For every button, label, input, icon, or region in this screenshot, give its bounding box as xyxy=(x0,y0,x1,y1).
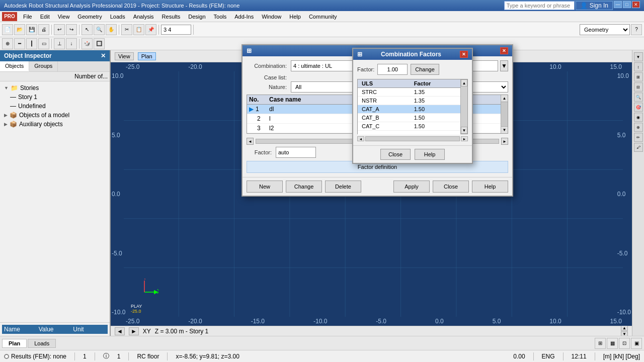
menu-design[interactable]: Design xyxy=(184,13,209,21)
vscroll-up[interactable]: ▲ xyxy=(501,95,508,102)
tb-save[interactable]: 💾 xyxy=(26,24,37,35)
menu-community[interactable]: Community xyxy=(305,13,341,21)
menu-geometry[interactable]: Geometry xyxy=(73,13,106,21)
rt-btn5[interactable]: 🔍 xyxy=(634,93,643,102)
combination-dropdown[interactable]: ▼ xyxy=(500,60,508,71)
menu-window[interactable]: Window xyxy=(258,13,285,21)
tb-select[interactable]: ↖ xyxy=(82,24,93,35)
hscroll-left-btn[interactable]: ◄ xyxy=(357,136,364,141)
factors-close-btn[interactable]: Close xyxy=(380,149,411,160)
delete-btn[interactable]: Delete xyxy=(325,180,361,193)
case-vscroll[interactable]: ▲ ▼ xyxy=(501,95,508,133)
maximize-btn[interactable]: □ xyxy=(623,1,631,8)
combinations-close-btn[interactable]: ✕ xyxy=(500,47,508,54)
tree-item-auxiliary[interactable]: ▶ 📦 Auxiliary objects xyxy=(2,120,108,129)
factors-vscroll[interactable]: ▲ ▼ xyxy=(460,79,467,134)
rt-btn3[interactable]: ⊞ xyxy=(634,72,643,81)
menu-edit[interactable]: Edit xyxy=(36,13,54,21)
sign-in-btn[interactable]: 👤 Sign In xyxy=(576,1,613,10)
tb-new[interactable]: 📄 xyxy=(2,24,13,35)
tb2-support[interactable]: ⊥ xyxy=(54,38,65,49)
bt-icon2[interactable]: ▦ xyxy=(607,338,618,349)
factor-row-cat-b[interactable]: CAT_B 1.50 xyxy=(358,114,460,122)
tb-open[interactable]: 📂 xyxy=(14,24,25,35)
tb2-beam[interactable]: ━ xyxy=(14,38,25,49)
app-logo[interactable]: PRO xyxy=(2,12,17,21)
factors-change-btn[interactable]: Change xyxy=(411,64,439,75)
tree-item-story1[interactable]: — Story 1 xyxy=(2,93,108,102)
tb2-slab[interactable]: ▭ xyxy=(38,38,49,49)
geometry-dropdown[interactable]: Geometry xyxy=(580,24,630,35)
plan-btn[interactable]: Plan xyxy=(138,52,156,60)
rt-btn4[interactable]: ⊟ xyxy=(634,82,643,92)
tb-paste[interactable]: 📌 xyxy=(145,24,156,35)
vscroll-down-btn[interactable]: ▼ xyxy=(461,127,467,134)
rt-btn10[interactable]: 🖊 xyxy=(634,143,643,152)
vscroll-down[interactable]: ▼ xyxy=(501,126,508,133)
factor-row-cat-a[interactable]: CAT_A 1.50 xyxy=(358,105,460,114)
tb2-load[interactable]: ↓ xyxy=(66,38,77,49)
hscroll-left[interactable]: ◄ xyxy=(115,327,125,335)
tb-pan[interactable]: ✋ xyxy=(106,24,117,35)
apply-btn[interactable]: Apply xyxy=(393,180,430,193)
hscroll-right-btn[interactable]: ► xyxy=(461,136,468,141)
tb2-node[interactable]: ⊕ xyxy=(2,38,13,49)
tb2-view3d[interactable]: 🎲 xyxy=(82,38,93,49)
rt-btn7[interactable]: ◉ xyxy=(634,113,643,122)
rt-btn8[interactable]: ⊕ xyxy=(634,123,643,132)
tb-cut[interactable]: ✂ xyxy=(121,24,132,35)
factor-input[interactable] xyxy=(276,147,316,158)
bt-icon1[interactable]: ⊞ xyxy=(595,338,606,349)
menu-loads[interactable]: Loads xyxy=(106,13,129,21)
menu-help[interactable]: Help xyxy=(285,13,305,21)
view-tab-plan[interactable]: View xyxy=(115,52,134,60)
minimize-btn[interactable]: — xyxy=(614,1,622,8)
tree-item-stories[interactable]: ▼ 📁 Stories xyxy=(2,83,108,93)
rt-btn9[interactable]: ✏ xyxy=(634,133,643,142)
rt-btn1[interactable]: ▼ xyxy=(634,52,643,61)
bottom-tab-plan[interactable]: Plan xyxy=(2,339,27,348)
tb-redo[interactable]: ↪ xyxy=(66,24,77,35)
menu-file[interactable]: File xyxy=(19,13,36,21)
vscroll-up-btn[interactable]: ▲ xyxy=(461,79,467,86)
snap-input[interactable] xyxy=(161,25,191,35)
bt-icon3[interactable]: ⊡ xyxy=(619,338,630,349)
menu-addins[interactable]: Add-Ins xyxy=(230,13,258,21)
factors-close-x[interactable]: ✕ xyxy=(460,51,468,58)
tab-groups[interactable]: Groups xyxy=(29,61,58,71)
tb-copy[interactable]: 📋 xyxy=(133,24,144,35)
menu-results[interactable]: Results xyxy=(158,13,185,21)
help-btn[interactable]: Help xyxy=(472,180,508,193)
menu-analysis[interactable]: Analysis xyxy=(129,13,158,21)
factor-row-strc[interactable]: STRC 1.35 xyxy=(358,88,460,97)
tb-help[interactable]: ? xyxy=(631,24,642,35)
close-btn[interactable]: ✕ xyxy=(632,1,640,8)
hscroll-r[interactable]: ► xyxy=(501,138,508,145)
factors-help-btn[interactable]: Help xyxy=(415,149,445,160)
hscroll-right[interactable]: ► xyxy=(129,327,139,335)
tree-item-undefined[interactable]: — Undefined xyxy=(2,102,108,111)
panel-close-icon[interactable]: ✕ xyxy=(101,52,106,59)
close-btn[interactable]: Close xyxy=(433,180,469,193)
tb2-render[interactable]: 🔲 xyxy=(94,38,105,49)
hscroll-l[interactable]: ◄ xyxy=(247,138,254,145)
tb-undo[interactable]: ↩ xyxy=(54,24,65,35)
search-input[interactable] xyxy=(504,1,575,10)
menu-view[interactable]: View xyxy=(54,13,74,21)
rt-btn6[interactable]: 🎯 xyxy=(634,103,643,112)
bottom-tab-loads[interactable]: Loads xyxy=(28,339,56,348)
tree-item-model[interactable]: ▶ 📦 Objects of a model xyxy=(2,111,108,120)
bt-icon4[interactable]: ▣ xyxy=(631,338,642,349)
rt-btn2[interactable]: ↕ xyxy=(634,62,643,71)
new-btn[interactable]: New xyxy=(247,180,283,193)
change-btn[interactable]: Change xyxy=(286,180,322,193)
factor-row-cat-c[interactable]: CAT_C 1.50 xyxy=(358,122,460,131)
tb2-column[interactable]: ┃ xyxy=(26,38,37,49)
vscroll-controls[interactable]: ▲ ▼ xyxy=(621,325,628,336)
factor-row-nstr[interactable]: NSTR 1.35 xyxy=(358,97,460,105)
tb-zoom[interactable]: 🔍 xyxy=(94,24,105,35)
tab-objects[interactable]: Objects xyxy=(0,61,29,71)
factors-value-input[interactable] xyxy=(377,64,408,75)
tb-print[interactable]: 🖨 xyxy=(38,24,49,35)
menu-tools[interactable]: Tools xyxy=(210,13,231,21)
